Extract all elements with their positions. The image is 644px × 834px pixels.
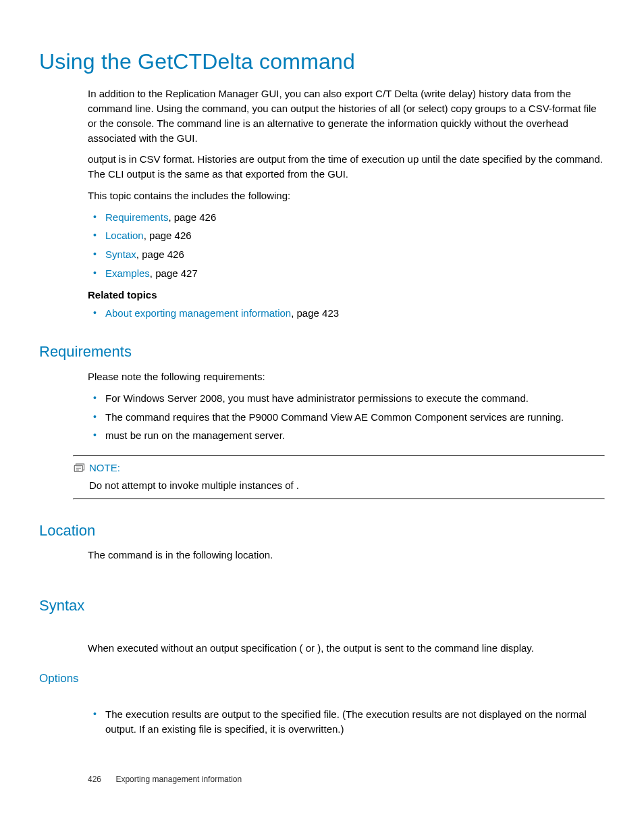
note-top-rule	[73, 455, 605, 457]
toc-item-syntax: Syntax, page 426	[103, 247, 605, 262]
link-examples[interactable]: Examples	[105, 267, 150, 279]
page-footer: 426 Exporting management information	[88, 774, 242, 785]
related-topic-item: About exporting management information, …	[103, 306, 605, 321]
heading-requirements: Requirements	[39, 341, 605, 363]
location-block: The command is in the following location…	[88, 548, 605, 563]
page-number: 426	[88, 775, 101, 784]
toc-item-examples: Examples, page 427	[103, 266, 605, 281]
syntax-block: When executed without an output specific…	[88, 641, 605, 656]
toc-item-location: Location, page 426	[103, 228, 605, 243]
intro-block: In addition to the Replication Manager G…	[88, 86, 605, 321]
related-page-0: , page 423	[291, 307, 339, 319]
page-title: Using the GetCTDelta command	[39, 46, 605, 77]
location-text: The command is in the following location…	[88, 548, 605, 563]
requirements-list: For Windows Server 2008, you must have a…	[88, 391, 605, 443]
list-item: The command requires that the P9000 Comm…	[103, 410, 605, 425]
intro-paragraph-3: This topic contains the includes the fol…	[88, 188, 605, 203]
toc-item-requirements: Requirements, page 426	[103, 210, 605, 225]
heading-location: Location	[39, 520, 605, 542]
list-item: The execution results are output to the …	[103, 707, 605, 737]
requirements-block: Please note the following requirements: …	[88, 369, 605, 500]
toc-list: Requirements, page 426 Location, page 42…	[88, 210, 605, 281]
note-bottom-rule	[73, 498, 605, 500]
link-syntax[interactable]: Syntax	[105, 249, 136, 260]
heading-syntax: Syntax	[39, 595, 605, 617]
list-item: For Windows Server 2008, you must have a…	[103, 391, 605, 406]
note-header: NOTE:	[73, 461, 605, 475]
requirements-intro: Please note the following requirements:	[88, 369, 605, 384]
toc-page-3: , page 427	[150, 267, 198, 279]
footer-section: Exporting management information	[115, 775, 242, 784]
heading-options: Options	[39, 671, 605, 687]
note-icon	[73, 463, 85, 473]
intro-paragraph-1: In addition to the Replication Manager G…	[88, 86, 605, 145]
related-topics-heading: Related topics	[88, 288, 605, 303]
syntax-text: When executed without an output specific…	[88, 641, 605, 656]
options-block: The execution results are output to the …	[88, 707, 605, 737]
note-block: NOTE: Do not attempt to invoke multiple …	[73, 455, 605, 500]
related-topics-list: About exporting management information, …	[88, 306, 605, 321]
link-location[interactable]: Location	[105, 230, 144, 241]
page-container: Using the GetCTDelta command In addition…	[0, 0, 644, 771]
toc-page-2: , page 426	[136, 249, 184, 260]
intro-paragraph-2: output is in CSV format. Histories are o…	[88, 152, 605, 182]
note-label: NOTE:	[89, 461, 120, 475]
link-about-exporting[interactable]: About exporting management information	[105, 307, 291, 319]
toc-page-0: , page 426	[168, 211, 216, 223]
toc-page-1: , page 426	[144, 230, 192, 241]
list-item: must be run on the management server.	[103, 428, 605, 443]
options-list: The execution results are output to the …	[88, 707, 605, 737]
link-requirements[interactable]: Requirements	[105, 211, 168, 223]
note-text: Do not attempt to invoke multiple instan…	[89, 478, 605, 493]
